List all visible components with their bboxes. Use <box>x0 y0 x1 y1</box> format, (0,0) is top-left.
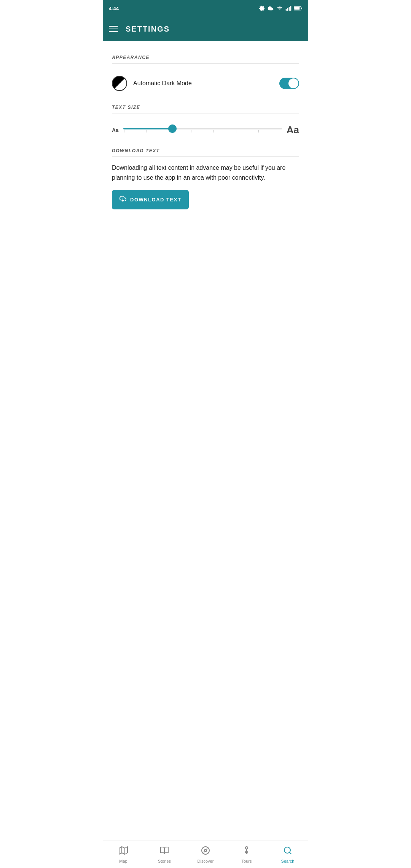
bottom-nav: Map Stories Discover <box>103 841 308 868</box>
download-text-button-label: DOWNLOAD TEXT <box>130 197 181 203</box>
settings-status-icon <box>259 5 265 11</box>
nav-item-map[interactable]: Map <box>103 841 144 868</box>
settings-content: APPEARANCE Automatic Dark Mode TEXT SIZE… <box>103 41 308 841</box>
discover-nav-icon <box>201 846 210 857</box>
svg-marker-13 <box>204 849 207 852</box>
map-nav-label: Map <box>119 859 127 863</box>
nav-item-search[interactable]: Search <box>267 841 308 868</box>
appearance-divider <box>112 63 299 64</box>
dark-mode-left: Automatic Dark Mode <box>112 76 192 91</box>
text-size-large-label: Aa <box>287 124 299 136</box>
search-nav-label: Search <box>281 859 295 863</box>
text-size-section-header: TEXT SIZE <box>112 105 299 110</box>
appearance-section: APPEARANCE Automatic Dark Mode <box>112 55 299 97</box>
text-size-small-label: Aa <box>112 127 119 133</box>
slider-ticks <box>123 130 282 132</box>
dark-mode-label: Automatic Dark Mode <box>133 80 192 87</box>
text-size-row: Aa Aa <box>112 120 299 140</box>
download-text-divider <box>112 156 299 157</box>
map-nav-icon <box>119 846 128 857</box>
cloud-status-icon <box>267 5 274 11</box>
wifi-icon <box>276 5 283 11</box>
download-text-section: DOWNLOAD TEXT Downloading all text conte… <box>112 148 299 209</box>
svg-point-12 <box>202 847 209 854</box>
svg-marker-9 <box>119 847 127 854</box>
text-size-divider <box>112 113 299 113</box>
dark-mode-icon <box>112 76 127 91</box>
nav-item-tours[interactable]: Tours <box>226 841 267 868</box>
status-icons <box>259 5 302 11</box>
nav-item-stories[interactable]: Stories <box>144 841 185 868</box>
svg-rect-1 <box>286 9 287 11</box>
status-time: 4:44 <box>109 6 119 11</box>
svg-rect-6 <box>294 7 299 10</box>
app-header: SETTINGS <box>103 17 308 41</box>
search-nav-icon <box>283 846 292 857</box>
stories-nav-icon <box>160 846 169 857</box>
text-size-slider-wrapper <box>123 128 282 132</box>
stories-nav-label: Stories <box>158 859 171 863</box>
dark-mode-toggle[interactable] <box>279 78 299 89</box>
text-size-section: TEXT SIZE Aa Aa <box>112 105 299 140</box>
download-icon <box>119 195 126 204</box>
signal-icon <box>285 5 292 11</box>
page-title: SETTINGS <box>126 25 170 34</box>
svg-rect-2 <box>287 8 288 11</box>
battery-icon <box>294 6 302 11</box>
svg-rect-3 <box>289 7 290 11</box>
appearance-section-header: APPEARANCE <box>112 55 299 60</box>
menu-button[interactable] <box>109 26 118 32</box>
status-bar: 4:44 <box>103 0 308 17</box>
text-size-slider[interactable] <box>123 128 282 129</box>
download-text-section-header: DOWNLOAD TEXT <box>112 148 299 153</box>
svg-rect-4 <box>290 6 292 11</box>
svg-line-20 <box>290 852 291 854</box>
dark-mode-row: Automatic Dark Mode <box>112 70 299 97</box>
tours-nav-icon <box>242 846 251 857</box>
download-text-button[interactable]: DOWNLOAD TEXT <box>112 190 189 209</box>
nav-item-discover[interactable]: Discover <box>185 841 226 868</box>
download-description: Downloading all text content in advance … <box>112 163 299 182</box>
tours-nav-label: Tours <box>242 859 252 863</box>
svg-rect-7 <box>301 8 302 10</box>
discover-nav-label: Discover <box>198 859 214 863</box>
